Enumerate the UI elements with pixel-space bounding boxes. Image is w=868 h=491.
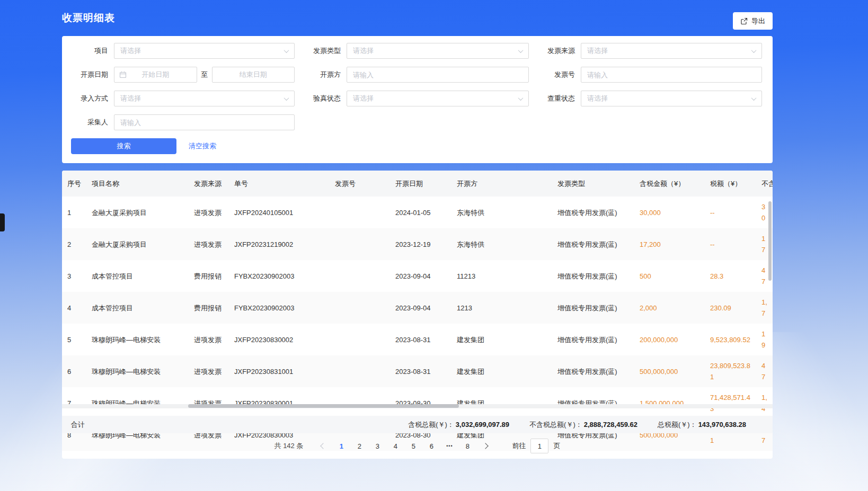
total-tax-label: 总税额(￥)：	[658, 421, 697, 428]
vertical-scrollbar-thumb[interactable]	[768, 201, 772, 281]
project-select[interactable]: 请选择	[114, 43, 295, 59]
invoice-source-select[interactable]: 请选择	[581, 43, 762, 59]
cell: 建发集团	[451, 387, 552, 419]
cell: 2023-08-30	[390, 387, 451, 419]
field-label-invoice-number: 发票号	[529, 70, 581, 79]
goto-page: 前往 页	[512, 439, 560, 453]
pagination: 共 142 条 123456•••8 前往 页	[62, 433, 773, 459]
page-button[interactable]: 1	[334, 439, 349, 453]
page: 收票明细表 导出 项目 请选择 发票类型	[62, 0, 773, 459]
cell: 进项发票	[189, 197, 229, 228]
cell: 珠穆朗玛峰—电梯安装	[86, 324, 189, 355]
cell: 3	[62, 260, 86, 292]
cell: 增值税专用发票(蓝)	[552, 197, 634, 228]
cell: FYBX20230902003	[229, 292, 330, 324]
column-header: 发票来源	[189, 171, 229, 197]
page-button[interactable]: 8	[460, 439, 475, 453]
drawer-handle[interactable]	[0, 213, 5, 231]
cell: 2023-12-19	[390, 228, 451, 260]
next-page-button[interactable]	[478, 439, 493, 453]
horizontal-scrollbar-thumb[interactable]	[188, 404, 459, 408]
top-bar: 收票明细表 导出	[62, 0, 773, 36]
cell: 进项发票	[189, 324, 229, 355]
column-header: 发票类型	[552, 171, 634, 197]
cell: 费用报销	[189, 292, 229, 324]
page-button[interactable]: 3	[370, 439, 385, 453]
cell: JXFP20240105001	[229, 197, 330, 228]
export-button[interactable]: 导出	[733, 12, 773, 30]
cell: 17,200	[634, 228, 705, 260]
vertical-scrollbar[interactable]	[768, 197, 772, 404]
column-header: 单号	[229, 171, 330, 197]
chevron-down-icon	[751, 95, 757, 101]
collector-input[interactable]	[114, 114, 295, 130]
column-header: 开票日期	[390, 171, 451, 197]
more-pages-button[interactable]: •••	[442, 439, 457, 453]
tax-excluded-total-value: 2,888,728,459.62	[584, 421, 637, 428]
summary-row: 合计 含税总额(￥)：3,032,699,097.89 不含税总额(￥)：2,8…	[62, 416, 773, 433]
invoice-type-select[interactable]: 请选择	[347, 43, 529, 59]
cell	[330, 228, 390, 260]
invoice-number-input[interactable]	[581, 67, 762, 83]
cell: FYBX20230902003	[229, 260, 330, 292]
goto-label: 前往	[512, 441, 526, 451]
cell: 5	[62, 324, 86, 355]
cell: 建发集团	[451, 324, 552, 355]
cell: 珠穆朗玛峰—电梯安装	[86, 387, 189, 419]
select-placeholder: 请选择	[353, 46, 374, 56]
date-range-separator: 至	[197, 70, 212, 79]
tax-included-total: 含税总额(￥)：3,032,699,097.89	[408, 420, 509, 430]
cell: 7	[62, 387, 86, 419]
page-button[interactable]: 2	[352, 439, 367, 453]
table-row: 5珠穆朗玛峰—电梯安装进项发票JXFP202308300022023-08-31…	[62, 324, 773, 355]
goto-page-input[interactable]	[530, 439, 548, 453]
cell: 2024-01-05	[390, 197, 451, 228]
cell: 金融大厦采购项目	[86, 228, 189, 260]
cell: 1	[62, 197, 86, 228]
table-row: 1金融大厦采购项目进项发票JXFP202401050012024-01-05东海…	[62, 197, 773, 228]
end-date-input[interactable]: 结束日期	[212, 67, 295, 83]
page-button[interactable]: 5	[406, 439, 421, 453]
chevron-left-icon	[321, 443, 326, 449]
clear-search-link[interactable]: 清空搜索	[189, 141, 216, 151]
entry-method-select[interactable]: 请选择	[114, 91, 295, 106]
cell: 28.3	[705, 260, 756, 292]
issuer-input[interactable]	[347, 67, 529, 83]
horizontal-scrollbar[interactable]	[62, 404, 773, 408]
cell: 成本管控项目	[86, 292, 189, 324]
page-button[interactable]: 6	[424, 439, 439, 453]
cell: 9,523,809.52	[705, 324, 756, 355]
search-button[interactable]: 搜索	[71, 138, 176, 154]
table-row: 3成本管控项目费用报销FYBX202309020032023-09-041121…	[62, 260, 773, 292]
column-header: 开票方	[451, 171, 552, 197]
cell: 230.09	[705, 292, 756, 324]
cell: 东海特供	[451, 228, 552, 260]
field-label-duplicate-status: 查重状态	[529, 94, 581, 103]
prev-page-button[interactable]	[316, 439, 331, 453]
field-label-issuer: 开票方	[295, 70, 347, 79]
cell: 增值税专用发票(蓝)	[552, 355, 634, 387]
page-numbers: 123456•••8	[334, 439, 475, 453]
cell: 11213	[451, 260, 552, 292]
cell: 6	[62, 355, 86, 387]
cell: 建发集团	[451, 355, 552, 387]
search-row-4: 采集人	[62, 114, 773, 130]
start-date-input[interactable]: 开始日期	[114, 67, 197, 83]
total-tax: 总税额(￥)：143,970,638.28	[658, 420, 746, 430]
tax-included-total-value: 3,032,699,097.89	[456, 421, 509, 428]
table-body: 1金融大厦采购项目进项发票JXFP202401050012024-01-05东海…	[62, 197, 773, 451]
chevron-down-icon	[518, 48, 524, 53]
field-label-project: 项目	[62, 46, 114, 56]
page-button[interactable]: 4	[388, 439, 403, 453]
page-title: 收票明细表	[62, 11, 115, 25]
cell: 进项发票	[189, 228, 229, 260]
cell	[330, 197, 390, 228]
select-placeholder: 请选择	[120, 94, 141, 103]
search-row-3: 录入方式 请选择 验真状态 请选择 查重状态 请选择	[62, 91, 773, 106]
invoice-table: 序号项目名称发票来源单号发票号开票日期开票方发票类型含税金额（¥）税额（¥）不含…	[62, 171, 773, 451]
verify-status-select[interactable]: 请选择	[347, 91, 529, 106]
cell: JXFP20231219002	[229, 228, 330, 260]
cell: 200,000,000	[634, 324, 705, 355]
cell: 71,428,571.43	[705, 387, 756, 419]
duplicate-status-select[interactable]: 请选择	[581, 91, 762, 106]
